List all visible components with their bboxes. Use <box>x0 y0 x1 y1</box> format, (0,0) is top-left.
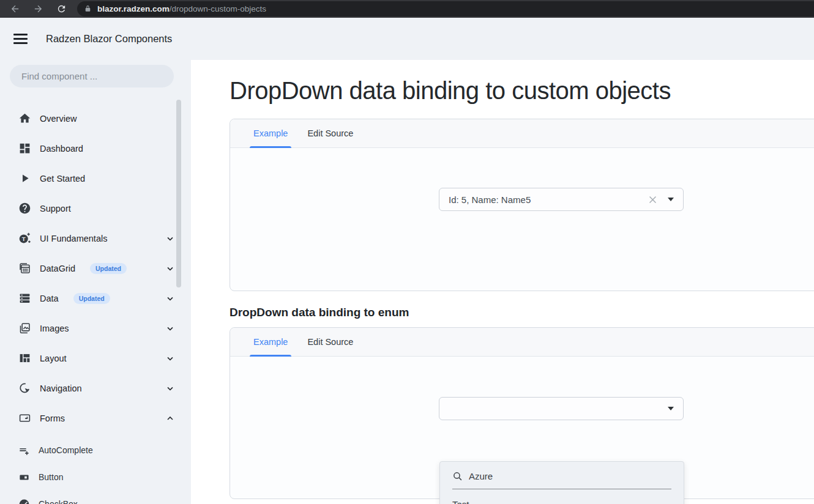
app-title: Radzen Blazor Components <box>46 33 172 45</box>
dashboard-icon <box>18 142 31 155</box>
reload-icon[interactable] <box>54 2 69 17</box>
sidebar-item-dashboard[interactable]: Dashboard <box>0 133 191 163</box>
button-icon <box>18 472 30 483</box>
sidebar-item-label: Data <box>40 294 59 303</box>
updated-badge: Updated <box>90 263 127 274</box>
sidebar-item-navigation[interactable]: Navigation <box>0 373 191 403</box>
sidebar-item-label: AutoComplete <box>39 445 93 455</box>
url-path: /dropdown-custom-objects <box>170 4 266 13</box>
sidebar-item-layout[interactable]: Layout <box>0 343 191 373</box>
dropdown-option-test[interactable]: Test <box>440 489 684 504</box>
url-domain: blazor.radzen.com <box>97 4 170 13</box>
sidebar-item-ui-fundamentals[interactable]: T UI Fundamentals <box>0 223 191 253</box>
sidebar-item-data[interactable]: Data Updated <box>0 283 191 313</box>
tabstrip: Example Edit Source <box>230 119 814 148</box>
browser-chrome: blazor.radzen.com/dropdown-custom-object… <box>0 0 814 18</box>
example-card-enum: Example Edit Source Test <box>230 327 814 499</box>
dropdown-popup: Test <box>439 461 684 504</box>
forward-icon[interactable] <box>31 2 45 17</box>
caret-down-icon <box>668 198 674 201</box>
chevron-down-icon <box>165 234 175 243</box>
sidebar-item-label: DataGrid <box>40 264 75 273</box>
sidebar-item-label: Button <box>39 472 63 482</box>
images-icon <box>18 322 31 335</box>
sidebar-item-images[interactable]: Images <box>0 313 191 343</box>
sidebar-item-label: Forms <box>40 413 65 423</box>
checkbox-icon <box>18 498 30 504</box>
help-icon <box>18 202 31 215</box>
sidebar-item-checkbox[interactable]: CheckBox <box>0 491 191 504</box>
sidebar-item-get-started[interactable]: Get Started <box>0 163 191 193</box>
sidebar-item-label: Images <box>40 324 69 333</box>
chevron-down-icon <box>165 264 175 273</box>
dropdown-value: Id: 5, Name: Name5 <box>449 195 531 205</box>
datagrid-icon <box>18 262 31 275</box>
main-panel: DropDown data binding to custom objects … <box>191 60 814 504</box>
page-title: DropDown data binding to custom objects <box>230 77 814 105</box>
tab-example[interactable]: Example <box>244 119 297 147</box>
back-icon[interactable] <box>7 2 22 17</box>
data-icon <box>18 292 31 305</box>
clear-icon[interactable] <box>648 195 658 205</box>
app-header: Radzen Blazor Components <box>0 18 814 60</box>
sidebar-item-label: UI Fundamentals <box>40 234 107 243</box>
forms-subnav: AutoComplete Button CheckBox <box>0 437 191 504</box>
sidebar-nav: Overview Dashboard Get Started Support T… <box>0 103 191 504</box>
search-input[interactable] <box>10 65 174 87</box>
dropdown-enum[interactable] <box>439 397 684 420</box>
tab-edit-source[interactable]: Edit Source <box>297 328 363 356</box>
sidebar-item-label: Overview <box>40 114 77 124</box>
caret-down-icon <box>668 407 674 410</box>
chevron-down-icon <box>165 324 175 333</box>
sidebar-item-overview[interactable]: Overview <box>0 103 191 133</box>
sidebar-item-forms[interactable]: Forms <box>0 403 191 433</box>
sidebar-item-label: Dashboard <box>40 144 83 154</box>
tabstrip: Example Edit Source <box>230 328 814 357</box>
forms-icon <box>18 412 31 424</box>
sidebar-item-label: CheckBox <box>39 499 78 504</box>
chevron-down-icon <box>165 384 175 393</box>
sidebar-item-label: Get Started <box>40 174 85 183</box>
updated-badge: Updated <box>73 293 110 304</box>
svg-text:T: T <box>22 235 26 242</box>
sidebar-item-datagrid[interactable]: DataGrid Updated <box>0 253 191 283</box>
dropdown-custom-objects[interactable]: Id: 5, Name: Name5 <box>439 188 684 211</box>
sidebar: Overview Dashboard Get Started Support T… <box>0 60 191 504</box>
dropdown-search-input[interactable] <box>469 471 671 481</box>
dropdown-search <box>452 462 671 489</box>
lock-icon <box>84 5 92 13</box>
ui-fundamentals-icon: T <box>18 232 31 245</box>
chevron-up-icon <box>165 413 175 423</box>
sidebar-item-support[interactable]: Support <box>0 193 191 223</box>
sidebar-item-button[interactable]: Button <box>0 464 191 491</box>
sidebar-item-label: Layout <box>40 354 67 363</box>
autocomplete-icon <box>18 445 30 456</box>
example-card-custom-objects: Example Edit Source Id: 5, Name: Name5 <box>230 119 814 291</box>
play-icon <box>18 172 31 185</box>
sidebar-scrollbar[interactable] <box>176 100 181 287</box>
search-icon <box>452 471 463 481</box>
menu-icon[interactable] <box>13 34 28 44</box>
layout-icon <box>18 352 31 365</box>
url-bar[interactable]: blazor.radzen.com/dropdown-custom-object… <box>77 1 814 17</box>
section-title-enum: DropDown data binding to enum <box>230 306 814 319</box>
sidebar-item-label: Navigation <box>40 384 82 393</box>
tab-edit-source[interactable]: Edit Source <box>297 119 363 147</box>
tab-example[interactable]: Example <box>244 328 297 356</box>
chevron-down-icon <box>165 354 175 363</box>
chevron-down-icon <box>165 294 175 303</box>
navigation-icon <box>18 382 31 395</box>
home-icon <box>18 112 31 125</box>
sidebar-item-autocomplete[interactable]: AutoComplete <box>0 437 191 464</box>
sidebar-item-label: Support <box>40 204 71 213</box>
